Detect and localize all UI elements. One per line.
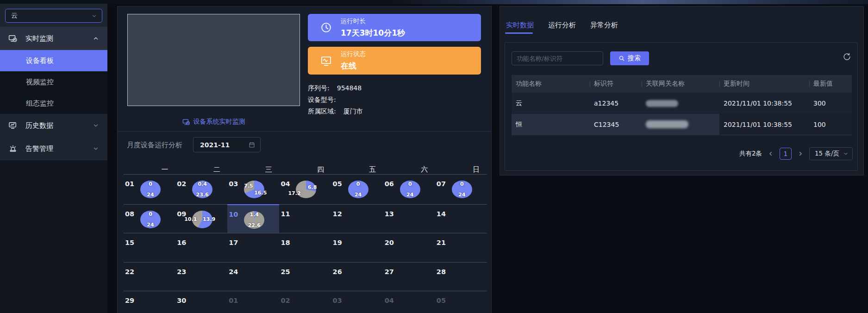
table-row[interactable]: 恒C123452021/11/01 10:38:55100 xyxy=(512,114,852,135)
tab-异常分析[interactable]: 异常分析 xyxy=(590,21,618,30)
pie-value-label: 1.4 xyxy=(250,212,259,218)
pie-value-label: 24 xyxy=(147,222,154,228)
next-page-icon[interactable] xyxy=(797,150,804,157)
calendar-day-19[interactable]: 19 xyxy=(331,233,383,262)
month-picker[interactable]: 2021-11 xyxy=(193,137,261,152)
calendar-day-30[interactable]: 30 xyxy=(175,291,227,313)
calendar-day-12[interactable]: 12 xyxy=(331,204,383,233)
sidebar-subitem-视频监控[interactable]: 视频监控 xyxy=(0,71,107,93)
cell-identifier: a12345 xyxy=(590,93,642,114)
chevron-down-icon xyxy=(93,145,99,152)
calendar-day-16[interactable]: 16 xyxy=(175,233,227,262)
day-number: 28 xyxy=(437,268,446,275)
prev-page-icon[interactable] xyxy=(768,150,774,157)
calendar-day-02[interactable]: 020.423.6 xyxy=(175,174,227,204)
calendar-week-row: 080240910.113.9101.422.611121314 xyxy=(124,204,487,233)
device-select[interactable]: 云 xyxy=(5,9,102,23)
sidebar-subitem-label: 组态监控 xyxy=(26,99,54,108)
pie-value-label: 13.9 xyxy=(203,216,215,222)
pie-value-label: 17.2 xyxy=(288,190,300,196)
calendar-day-04[interactable]: 046.817.2 xyxy=(279,174,331,204)
calendar-day-01[interactable]: 01024 xyxy=(124,174,175,204)
day-number: 14 xyxy=(437,210,446,218)
runtime-value: 17天3时10分1秒 xyxy=(341,28,405,38)
calendar-day-05-next[interactable]: 05 xyxy=(435,291,487,313)
calendar-day-03-next[interactable]: 03 xyxy=(331,291,383,313)
tab-运行分析[interactable]: 运行分析 xyxy=(548,21,576,30)
tab-实时数据[interactable]: 实时数据 xyxy=(506,21,534,30)
calendar-day-26[interactable]: 26 xyxy=(331,262,383,291)
calendar-day-23[interactable]: 23 xyxy=(175,262,227,291)
day-number: 08 xyxy=(125,210,134,218)
day-usage-pie: 024 xyxy=(400,181,420,198)
calendar-day-10[interactable]: 101.422.6 xyxy=(227,204,279,233)
calendar-day-04-next[interactable]: 04 xyxy=(383,291,435,313)
day-number: 04 xyxy=(385,297,394,304)
calendar-day-27[interactable]: 27 xyxy=(383,262,435,291)
sidebar-subitem-组态监控[interactable]: 组态监控 xyxy=(0,93,107,114)
day-number: 27 xyxy=(385,268,394,275)
table-body: 云a123452021/11/01 10:38:55300恒C123452021… xyxy=(512,93,852,135)
day-number: 05 xyxy=(437,297,446,304)
day-number: 18 xyxy=(281,239,290,246)
day-number: 16 xyxy=(177,239,186,246)
calendar-day-13[interactable]: 13 xyxy=(383,204,435,233)
cell-name: 云 xyxy=(512,93,590,114)
calendar-day-17[interactable]: 17 xyxy=(227,233,279,262)
calendar-week-row: 22232425262728 xyxy=(124,262,487,291)
calendar-day-28[interactable]: 28 xyxy=(435,262,487,291)
calendar-day-05[interactable]: 05024 xyxy=(331,174,383,204)
calendar-day-09[interactable]: 0910.113.9 xyxy=(175,204,227,233)
calendar-day-02-next[interactable]: 02 xyxy=(279,291,331,313)
calendar-day-18[interactable]: 18 xyxy=(279,233,331,262)
sidebar-item-实时监测[interactable]: 实时监测 xyxy=(0,27,107,50)
calendar-day-06[interactable]: 06024 xyxy=(383,174,435,204)
cell-gateway xyxy=(642,93,719,114)
calendar-week-row: 15161718192021 xyxy=(124,233,487,262)
day-number: 02 xyxy=(281,297,290,304)
window-top-strip xyxy=(0,0,868,4)
calendar-day-07[interactable]: 07024 xyxy=(435,174,487,204)
column-header: 功能名称 xyxy=(512,75,590,93)
calendar-day-20[interactable]: 20 xyxy=(383,233,435,262)
sidebar-subitem-label: 设备看板 xyxy=(26,56,54,65)
table-row[interactable]: 云a123452021/11/01 10:38:55300 xyxy=(512,93,852,114)
day-usage-pie: 024 xyxy=(348,181,368,198)
device-info-value: 厦门市 xyxy=(343,107,363,115)
calendar-day-25[interactable]: 25 xyxy=(279,262,331,291)
search-input[interactable] xyxy=(512,51,603,65)
search-button[interactable]: 搜索 xyxy=(610,51,649,65)
page-size-select[interactable]: 15 条/页 xyxy=(809,147,853,160)
pie-value-label: 7.5 xyxy=(244,183,253,189)
calendar-day-21[interactable]: 21 xyxy=(435,233,487,262)
current-page[interactable]: 1 xyxy=(780,148,792,160)
sidebar-item-历史数据[interactable]: 历史数据 xyxy=(0,114,107,137)
sidebar-subitem-label: 视频监控 xyxy=(26,78,54,87)
calendar-day-29[interactable]: 29 xyxy=(124,291,175,313)
day-usage-pie: 024 xyxy=(452,181,472,198)
day-number: 17 xyxy=(229,239,238,246)
column-header: 关联网关名称 xyxy=(642,75,719,93)
calendar-day-24[interactable]: 24 xyxy=(227,262,279,291)
day-number: 01 xyxy=(229,297,238,304)
calendar-day-15[interactable]: 15 xyxy=(124,233,175,262)
calendar-grid: 01024020.423.6037.516.5046.817.205024060… xyxy=(124,174,487,313)
calendar-day-14[interactable]: 14 xyxy=(435,204,487,233)
sidebar-filler xyxy=(0,160,107,313)
sidebar-subitem-设备看板[interactable]: 设备看板 xyxy=(0,50,107,71)
calendar-day-22[interactable]: 22 xyxy=(124,262,175,291)
device-system-realtime-link[interactable]: 设备系统实时监测 xyxy=(127,118,300,126)
calendar-day-08[interactable]: 08024 xyxy=(124,204,175,233)
day-usage-pie: 024 xyxy=(140,211,161,228)
pagination: 共有2条 1 15 条/页 xyxy=(739,147,853,160)
refresh-icon[interactable] xyxy=(843,52,851,61)
calendar-day-03[interactable]: 037.516.5 xyxy=(227,174,279,204)
calendar-day-11[interactable]: 11 xyxy=(279,204,331,233)
sidebar-item-告警管理[interactable]: 告警管理 xyxy=(0,137,107,160)
day-number: 11 xyxy=(281,210,290,218)
weekday-label: 四 xyxy=(297,165,343,174)
device-select-value: 云 xyxy=(11,12,91,20)
calendar-day-01-next[interactable]: 01 xyxy=(227,291,279,313)
day-number: 03 xyxy=(229,180,238,188)
weekday-label: 日 xyxy=(453,165,500,174)
